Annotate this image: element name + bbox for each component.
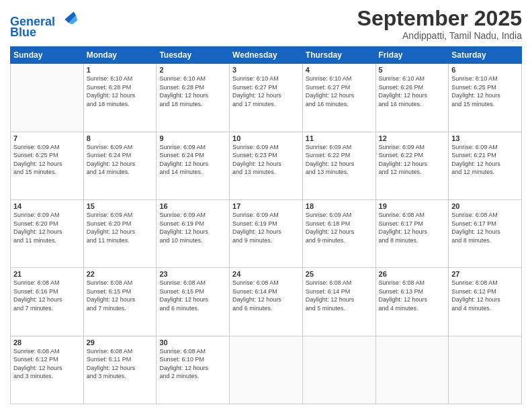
day-info: Sunrise: 6:10 AMSunset: 6:28 PMDaylight:… [159, 75, 226, 108]
day-cell: 26Sunrise: 6:08 AMSunset: 6:13 PMDayligh… [375, 268, 449, 336]
day-number: 29 [87, 338, 154, 347]
day-info: Sunrise: 6:08 AMSunset: 6:10 PMDaylight:… [159, 347, 226, 381]
day-cell: 18Sunrise: 6:09 AMSunset: 6:18 PMDayligh… [302, 199, 375, 267]
day-cell: 1Sunrise: 6:10 AMSunset: 6:28 PMDaylight… [83, 64, 157, 132]
day-number: 26 [379, 270, 446, 278]
day-cell: 6Sunrise: 6:10 AMSunset: 6:25 PMDaylight… [449, 64, 522, 132]
day-number: 27 [451, 270, 519, 278]
day-cell: 21Sunrise: 6:08 AMSunset: 6:16 PMDayligh… [11, 268, 84, 336]
day-cell: 24Sunrise: 6:08 AMSunset: 6:14 PMDayligh… [230, 268, 303, 336]
week-row-5: 28Sunrise: 6:08 AMSunset: 6:12 PMDayligh… [11, 336, 522, 404]
day-number: 13 [451, 134, 519, 142]
day-number: 3 [232, 66, 300, 74]
day-number: 21 [13, 270, 81, 278]
day-number: 24 [232, 270, 300, 278]
day-info: Sunrise: 6:08 AMSunset: 6:15 PMDaylight:… [159, 279, 226, 312]
day-number: 15 [87, 202, 154, 210]
day-info: Sunrise: 6:09 AMSunset: 6:25 PMDaylight:… [13, 143, 81, 177]
day-number: 19 [379, 202, 446, 210]
day-number: 12 [379, 134, 446, 142]
month-title: September 2025 [357, 7, 522, 30]
day-number: 18 [306, 202, 373, 210]
header-monday: Monday [83, 47, 157, 64]
day-info: Sunrise: 6:09 AMSunset: 6:22 PMDaylight:… [379, 143, 446, 177]
day-info: Sunrise: 6:09 AMSunset: 6:24 PMDaylight:… [87, 143, 154, 177]
day-number: 14 [13, 202, 81, 210]
calendar-table: Sunday Monday Tuesday Wednesday Thursday… [10, 46, 522, 404]
header-wednesday: Wednesday [230, 47, 303, 64]
day-cell: 13Sunrise: 6:09 AMSunset: 6:21 PMDayligh… [449, 132, 522, 199]
day-cell: 15Sunrise: 6:09 AMSunset: 6:20 PMDayligh… [83, 199, 157, 267]
day-cell: 2Sunrise: 6:10 AMSunset: 6:28 PMDaylight… [157, 64, 230, 132]
day-cell [302, 336, 375, 404]
day-cell: 27Sunrise: 6:08 AMSunset: 6:12 PMDayligh… [449, 268, 522, 336]
day-cell: 14Sunrise: 6:09 AMSunset: 6:20 PMDayligh… [11, 199, 84, 267]
location: Andippatti, Tamil Nadu, India [357, 30, 522, 41]
day-info: Sunrise: 6:10 AMSunset: 6:27 PMDaylight:… [232, 75, 300, 108]
day-cell [375, 336, 449, 404]
day-cell [11, 64, 84, 132]
header-friday: Friday [375, 47, 449, 64]
day-info: Sunrise: 6:08 AMSunset: 6:15 PMDaylight:… [87, 279, 154, 312]
header: General Blue September 2025 Andippatti, … [10, 7, 522, 41]
week-row-3: 14Sunrise: 6:09 AMSunset: 6:20 PMDayligh… [11, 199, 522, 267]
header-thursday: Thursday [302, 47, 375, 64]
day-number: 16 [159, 202, 226, 210]
title-block: September 2025 Andippatti, Tamil Nadu, I… [357, 7, 522, 41]
day-cell: 30Sunrise: 6:08 AMSunset: 6:10 PMDayligh… [157, 336, 230, 404]
day-number: 10 [232, 134, 300, 142]
day-number: 23 [159, 270, 226, 278]
day-number: 1 [87, 66, 154, 74]
page: General Blue September 2025 Andippatti, … [0, 0, 532, 411]
day-info: Sunrise: 6:08 AMSunset: 6:11 PMDaylight:… [87, 347, 154, 381]
day-cell: 25Sunrise: 6:08 AMSunset: 6:14 PMDayligh… [302, 268, 375, 336]
day-cell: 28Sunrise: 6:08 AMSunset: 6:12 PMDayligh… [11, 336, 84, 404]
day-number: 22 [87, 270, 154, 278]
day-number: 6 [451, 66, 519, 74]
day-number: 9 [159, 134, 226, 142]
day-cell: 16Sunrise: 6:09 AMSunset: 6:19 PMDayligh… [157, 199, 230, 267]
day-number: 11 [306, 134, 373, 142]
day-cell [449, 336, 522, 404]
day-cell [230, 336, 303, 404]
day-info: Sunrise: 6:09 AMSunset: 6:20 PMDaylight:… [13, 211, 81, 244]
day-info: Sunrise: 6:08 AMSunset: 6:13 PMDaylight:… [379, 279, 446, 312]
day-number: 28 [13, 338, 81, 347]
day-info: Sunrise: 6:09 AMSunset: 6:23 PMDaylight:… [232, 143, 300, 177]
day-cell: 7Sunrise: 6:09 AMSunset: 6:25 PMDaylight… [11, 132, 84, 199]
day-info: Sunrise: 6:09 AMSunset: 6:19 PMDaylight:… [232, 211, 300, 244]
day-info: Sunrise: 6:10 AMSunset: 6:26 PMDaylight:… [379, 75, 446, 108]
day-info: Sunrise: 6:09 AMSunset: 6:24 PMDaylight:… [159, 143, 226, 177]
day-number: 4 [306, 66, 373, 74]
day-cell: 19Sunrise: 6:08 AMSunset: 6:17 PMDayligh… [375, 199, 449, 267]
day-number: 20 [451, 202, 519, 210]
day-cell: 12Sunrise: 6:09 AMSunset: 6:22 PMDayligh… [375, 132, 449, 199]
day-number: 2 [159, 66, 226, 74]
day-info: Sunrise: 6:08 AMSunset: 6:12 PMDaylight:… [13, 347, 81, 381]
day-cell: 4Sunrise: 6:10 AMSunset: 6:27 PMDaylight… [302, 64, 375, 132]
logo: General Blue [10, 7, 79, 40]
day-info: Sunrise: 6:09 AMSunset: 6:21 PMDaylight:… [451, 143, 519, 177]
day-number: 5 [379, 66, 446, 74]
day-number: 17 [232, 202, 300, 210]
day-cell: 29Sunrise: 6:08 AMSunset: 6:11 PMDayligh… [83, 336, 157, 404]
day-number: 8 [87, 134, 154, 142]
day-cell: 9Sunrise: 6:09 AMSunset: 6:24 PMDaylight… [157, 132, 230, 199]
week-row-2: 7Sunrise: 6:09 AMSunset: 6:25 PMDaylight… [11, 132, 522, 199]
day-info: Sunrise: 6:09 AMSunset: 6:18 PMDaylight:… [306, 211, 373, 244]
day-number: 25 [306, 270, 373, 278]
day-cell: 22Sunrise: 6:08 AMSunset: 6:15 PMDayligh… [83, 268, 157, 336]
day-cell: 8Sunrise: 6:09 AMSunset: 6:24 PMDaylight… [83, 132, 157, 199]
day-cell: 20Sunrise: 6:08 AMSunset: 6:17 PMDayligh… [449, 199, 522, 267]
day-info: Sunrise: 6:09 AMSunset: 6:19 PMDaylight:… [159, 211, 226, 244]
day-cell: 5Sunrise: 6:10 AMSunset: 6:26 PMDaylight… [375, 64, 449, 132]
day-cell: 17Sunrise: 6:09 AMSunset: 6:19 PMDayligh… [230, 199, 303, 267]
day-cell: 10Sunrise: 6:09 AMSunset: 6:23 PMDayligh… [230, 132, 303, 199]
header-tuesday: Tuesday [157, 47, 230, 64]
header-saturday: Saturday [449, 47, 522, 64]
logo-icon [60, 7, 79, 26]
day-info: Sunrise: 6:08 AMSunset: 6:16 PMDaylight:… [13, 279, 81, 312]
day-info: Sunrise: 6:08 AMSunset: 6:12 PMDaylight:… [451, 279, 519, 312]
day-info: Sunrise: 6:08 AMSunset: 6:17 PMDaylight:… [379, 211, 446, 244]
day-info: Sunrise: 6:08 AMSunset: 6:14 PMDaylight:… [232, 279, 300, 312]
